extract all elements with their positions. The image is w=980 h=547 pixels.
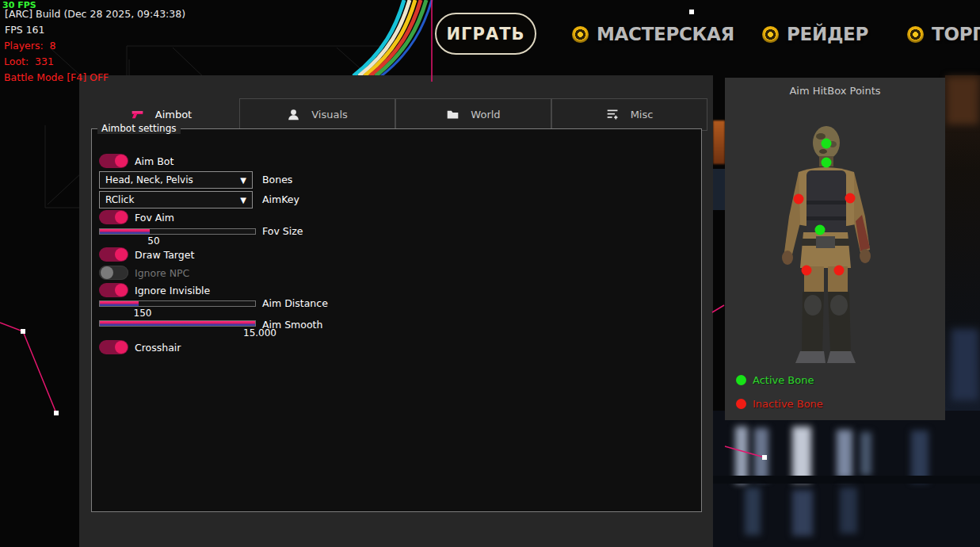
aim-distance-slider[interactable] [99,300,256,307]
left-hip-bone-dot [802,266,812,276]
fov-size-label: Fov Size [262,225,303,237]
person-icon [287,108,300,121]
play-button[interactable]: ИГРАТЬ [435,13,536,55]
left-arm-bone-dot [794,194,804,205]
tab-label: Aimbot [155,109,192,120]
tab-world[interactable]: World [395,98,551,131]
game-screen: 30 FPS [ARC] Build (Dec 28 2025, 09:43:3… [0,0,980,547]
ignore-npc-toggle[interactable] [99,266,128,280]
aim-bot-label: Aim Bot [135,155,174,167]
nav-item-label: ТОРГО [932,24,980,44]
fov-size-value: 50 [138,235,170,247]
tab-misc[interactable]: Misc [551,98,707,131]
ignore-invisible-label: Ignore Invisible [135,285,210,296]
nav-item-label: МАСТЕРСКАЯ [597,24,734,44]
fov-aim-toggle[interactable] [99,210,128,224]
sliders-icon [606,108,620,121]
bones-label: Bones [262,174,292,186]
aim-smooth-label: Aim Smooth [262,319,322,331]
aimkey-label: AimKey [262,193,299,205]
aimbot-settings-group: Aimbot settings Aim Bot Head, Neck, Pelv… [91,128,702,512]
tab-label: World [471,109,500,120]
toggle-knob [115,284,128,296]
coin-icon [572,26,589,43]
aim-bot-toggle[interactable] [99,154,128,168]
legend-label: Inactive Bone [753,398,823,410]
inactive-bone-dot-icon [736,399,746,409]
hitbox-panel-title: Aim HitBox Points [725,85,945,97]
draw-target-label: Draw Target [135,249,194,261]
toggle-knob [101,266,113,279]
ignore-npc-label: Ignore NPC [135,267,189,279]
coin-icon [907,26,924,43]
neck-bone-dot [822,158,832,168]
chevron-down-icon: ▼ [240,176,246,185]
active-bone-dot-icon [736,375,746,385]
right-arm-bone-dot [845,193,856,204]
hud-battle-mode: Battle Mode [F4] OFF [4,71,109,83]
hitbox-panel: Aim HitBox Points [725,78,945,420]
hud-players-count: Players: 8 [4,40,56,52]
hud-build-info: [ARC] Build (Dec 28 2025, 09:43:38) [5,8,185,20]
aim-distance-label: Aim Distance [262,297,328,309]
crosshair-label: Crosshair [135,342,181,354]
head-bone-dot [822,139,832,149]
chevron-down-icon: ▼ [240,196,246,205]
crosshair-toggle[interactable] [99,340,128,354]
nav-item-label: РЕЙДЕР [787,24,868,44]
slider-fill [100,229,150,234]
pelvis-bone-dot [815,225,826,235]
toggle-knob [115,211,128,224]
tab-visuals[interactable]: Visuals [239,98,395,131]
legend-active-bone: Active Bone [736,374,814,386]
toggle-knob [115,155,128,167]
pistol-icon [131,108,144,121]
legend-inactive-bone: Inactive Bone [736,398,823,410]
toggle-knob [115,248,128,261]
cheat-menu-panel: Aimbot Visuals World [79,75,713,547]
player-model-image [768,121,903,367]
fov-aim-label: Fov Aim [135,212,174,224]
nav-item-raider[interactable]: РЕЙДЕР [762,24,868,44]
slider-fill [100,321,255,326]
coin-icon [762,26,779,43]
ignore-invisible-toggle[interactable] [99,283,128,297]
aimkey-dropdown[interactable]: RClick ▼ [99,191,253,208]
group-title: Aimbot settings [97,123,181,134]
toggle-knob [115,341,128,354]
draw-target-toggle[interactable] [99,247,128,262]
hud-loot-count: Loot: 331 [4,55,54,67]
nav-item-trade[interactable]: ТОРГО [907,24,980,44]
aim-distance-value: 150 [127,308,158,319]
rainbow-streak-art [349,0,444,76]
tab-label: Misc [631,109,654,120]
slider-fill [100,301,139,306]
aim-smooth-slider[interactable] [99,320,256,327]
aimkey-dropdown-value: RClick [105,194,134,205]
right-hip-bone-dot [834,266,845,276]
hud-fps-value: FPS 161 [5,24,45,36]
legend-label: Active Bone [753,374,814,386]
bones-dropdown[interactable]: Head, Neck, Pelvis ▼ [99,171,253,189]
tab-label: Visuals [311,109,348,120]
folder-icon [446,108,459,121]
nav-item-workshop[interactable]: МАСТЕРСКАЯ [572,24,734,44]
bones-dropdown-value: Head, Neck, Pelvis [105,174,193,186]
fov-size-slider[interactable] [99,228,256,235]
